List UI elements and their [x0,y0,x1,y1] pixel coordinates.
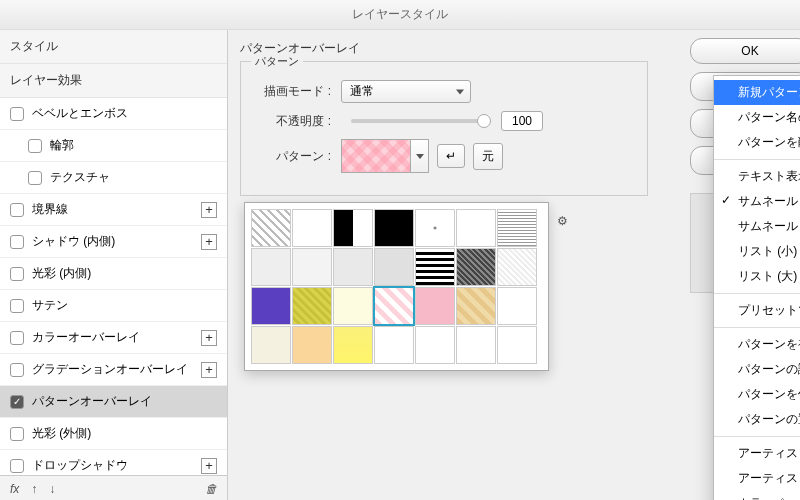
menu-separator [714,327,800,328]
menu-item-15[interactable]: パターンの置き換え... [714,407,800,432]
main-panel: パターンオーバーレイ パターン 描画モード : 通常 不透明度 : 100 パタ… [228,30,660,500]
trash-icon[interactable]: 🗑 [205,482,217,496]
menu-item-0[interactable]: 新規パターン... [714,80,800,105]
style-item-10[interactable]: 光彩 (外側) [0,418,227,450]
add-icon[interactable]: + [201,330,217,346]
menu-item-6[interactable]: サムネール (大) を表示 [714,214,800,239]
slider-thumb-icon[interactable] [477,114,491,128]
style-item-0[interactable]: ベベルとエンボス [0,98,227,130]
ok-button[interactable]: OK [690,38,800,64]
add-icon[interactable]: + [201,202,217,218]
menu-separator [714,159,800,160]
checkbox[interactable] [28,139,42,153]
pattern-dropdown-button[interactable] [411,139,429,173]
pattern-cell-16[interactable] [333,287,373,325]
pattern-cell-12[interactable] [456,248,496,286]
pattern-cell-20[interactable] [497,287,537,325]
arrow-up-icon[interactable]: ↑ [31,482,37,496]
menu-item-18[interactable]: アーティストのブラシのカンバス [714,466,800,491]
style-item-7[interactable]: カラーオーバーレイ+ [0,322,227,354]
menu-item-1[interactable]: パターン名の変更... [714,105,800,130]
menu-item-12[interactable]: パターンを初期化... [714,332,800,357]
pattern-cell-0[interactable] [251,209,291,247]
menu-separator [714,293,800,294]
pattern-cell-11[interactable] [415,248,455,286]
gear-icon[interactable]: ⚙ [552,211,572,231]
menu-item-14[interactable]: パターンを保存... [714,382,800,407]
pattern-cell-24[interactable] [374,326,414,364]
pattern-cell-4[interactable] [415,209,455,247]
menu-item-2[interactable]: パターンを削除 [714,130,800,155]
pattern-cell-25[interactable] [415,326,455,364]
opacity-slider[interactable] [351,119,491,123]
pattern-cell-22[interactable] [292,326,332,364]
checkbox[interactable] [10,459,24,473]
style-item-4[interactable]: シャドウ (内側)+ [0,226,227,258]
add-icon[interactable]: + [201,234,217,250]
fx-icon[interactable]: fx [10,482,19,496]
style-item-9[interactable]: ✓パターンオーバーレイ [0,386,227,418]
pattern-cell-21[interactable] [251,326,291,364]
pattern-context-menu: 新規パターン...パターン名の変更...パターンを削除テキスト表示サムネール (… [713,75,800,500]
layer-effects-header[interactable]: レイヤー効果 [0,64,227,98]
reset-button[interactable]: 元 [473,143,503,170]
style-item-5[interactable]: 光彩 (内側) [0,258,227,290]
menu-separator [714,436,800,437]
checkbox[interactable]: ✓ [10,395,24,409]
pattern-cell-8[interactable] [292,248,332,286]
add-icon[interactable]: + [201,458,217,474]
pattern-cell-2[interactable] [333,209,373,247]
style-item-label: 光彩 (内側) [32,265,217,282]
pattern-cell-5[interactable] [456,209,496,247]
style-item-11[interactable]: ドロップシャドウ+ [0,450,227,475]
menu-item-4[interactable]: テキスト表示 [714,164,800,189]
blendmode-select[interactable]: 通常 [341,80,471,103]
checkbox[interactable] [10,331,24,345]
style-item-label: ドロップシャドウ [32,457,201,474]
pattern-cell-19[interactable] [456,287,496,325]
style-item-1[interactable]: 輪郭 [0,130,227,162]
style-item-label: カラーオーバーレイ [32,329,201,346]
pattern-cell-26[interactable] [456,326,496,364]
checkbox[interactable] [10,107,24,121]
arrow-down-icon[interactable]: ↓ [49,482,55,496]
style-item-2[interactable]: テクスチャ [0,162,227,194]
pattern-cell-3[interactable] [374,209,414,247]
pattern-cell-17[interactable] [374,287,414,325]
pattern-cell-27[interactable] [497,326,537,364]
checkbox[interactable] [10,267,24,281]
menu-item-19[interactable]: カラーペーパー [714,491,800,500]
menu-item-17[interactable]: アーティスト [714,441,800,466]
menu-item-8[interactable]: リスト (大) を表示 [714,264,800,289]
pattern-cell-6[interactable] [497,209,537,247]
pattern-cell-15[interactable] [292,287,332,325]
menu-item-7[interactable]: リスト (小) を表示 [714,239,800,264]
style-item-label: 光彩 (外側) [32,425,217,442]
checkbox[interactable] [10,363,24,377]
opacity-value[interactable]: 100 [501,111,543,131]
pattern-cell-18[interactable] [415,287,455,325]
checkbox[interactable] [10,427,24,441]
style-item-label: テクスチャ [50,169,217,186]
style-item-3[interactable]: 境界線+ [0,194,227,226]
checkbox[interactable] [10,299,24,313]
menu-item-5[interactable]: サムネール (小) を表示 [714,189,800,214]
snap-origin-button[interactable]: ↵ [437,144,465,168]
pattern-swatch[interactable] [341,139,411,173]
add-icon[interactable]: + [201,362,217,378]
checkbox[interactable] [10,203,24,217]
style-item-6[interactable]: サテン [0,290,227,322]
pattern-cell-23[interactable] [333,326,373,364]
menu-item-13[interactable]: パターンの読み込み... [714,357,800,382]
style-item-8[interactable]: グラデーションオーバーレイ+ [0,354,227,386]
checkbox[interactable] [28,171,42,185]
pattern-cell-14[interactable] [251,287,291,325]
pattern-cell-9[interactable] [333,248,373,286]
checkbox[interactable] [10,235,24,249]
pattern-cell-13[interactable] [497,248,537,286]
styles-header[interactable]: スタイル [0,30,227,64]
pattern-cell-1[interactable] [292,209,332,247]
pattern-cell-10[interactable] [374,248,414,286]
menu-item-10[interactable]: プリセットマネージャー... [714,298,800,323]
pattern-cell-7[interactable] [251,248,291,286]
